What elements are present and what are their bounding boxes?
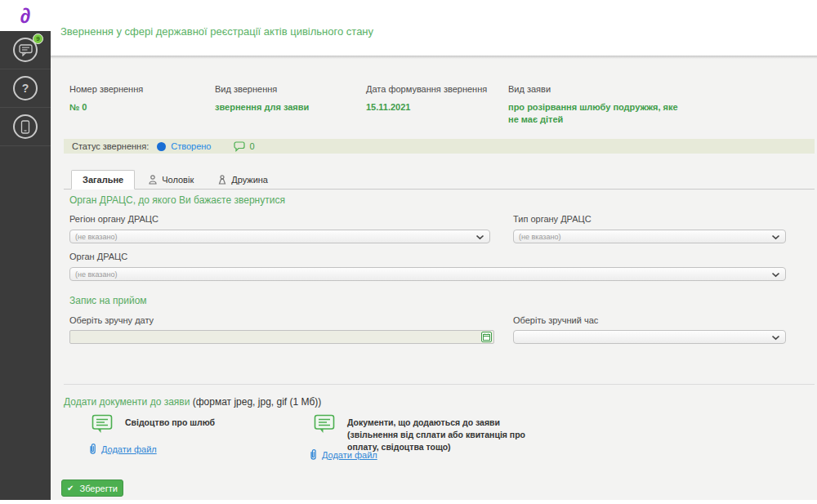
page-title: Звернення у сфері державної реєстрації а… bbox=[60, 25, 373, 38]
info-field-type: Вид звернення звернення для заяви bbox=[215, 84, 358, 114]
male-person-icon bbox=[149, 175, 157, 185]
status-badge: Створено bbox=[171, 141, 211, 151]
logo-glyph: ∂ bbox=[20, 5, 31, 26]
tab-husband[interactable]: Чоловік bbox=[138, 171, 204, 189]
add-file-label[interactable]: Додати файл bbox=[101, 444, 157, 454]
document-item-marriage-certificate: Свідоцтво про шлюб bbox=[92, 414, 272, 434]
notification-badge: 9 bbox=[33, 33, 43, 44]
chevron-down-icon bbox=[771, 272, 780, 278]
sidebar-nav: 9 ? bbox=[0, 31, 51, 146]
comment-bubble-icon bbox=[234, 141, 245, 152]
question-icon: ? bbox=[13, 76, 38, 100]
sidebar-item-messages[interactable]: 9 bbox=[0, 31, 51, 69]
tab-label: Чоловік bbox=[162, 175, 194, 185]
main-header: Звернення у сфері державної реєстрації а… bbox=[51, 0, 817, 56]
add-file-link-1[interactable]: Додати файл bbox=[88, 443, 157, 455]
info-label: Вид звернення bbox=[215, 84, 358, 94]
time-select[interactable] bbox=[513, 330, 786, 344]
region-select[interactable]: (не вказано) bbox=[69, 230, 490, 243]
tab-label: Загальне bbox=[83, 175, 123, 185]
documents-title-format: (формат jpeg, jpg, gif (1 Мб)) bbox=[190, 396, 321, 408]
logo[interactable]: ∂ bbox=[0, 0, 51, 31]
comments-counter[interactable]: 0 bbox=[234, 141, 254, 152]
info-label: Номер звернення bbox=[69, 84, 208, 94]
chevron-down-icon bbox=[771, 234, 780, 240]
check-icon: ✔ bbox=[67, 484, 74, 493]
sidebar-item-help[interactable]: ? bbox=[0, 69, 51, 108]
document-icon bbox=[92, 414, 113, 434]
paperclip-icon bbox=[88, 443, 97, 455]
info-field-date: Дата формування звернення 15.11.2021 bbox=[366, 84, 501, 114]
chevron-down-icon bbox=[771, 335, 780, 341]
documents-title-main: Додати документи до заяви bbox=[64, 396, 190, 408]
info-value: № 0 bbox=[69, 101, 208, 114]
region-select-value: (не вказано) bbox=[75, 233, 117, 241]
save-button[interactable]: ✔ Зберегти bbox=[61, 479, 123, 497]
section-title-appointment: Запис на прийом bbox=[69, 295, 147, 306]
info-value: про розірвання шлюбу подружжя, яке не ма… bbox=[508, 101, 684, 127]
status-bar: Статус звернення: Створено 0 bbox=[64, 139, 815, 154]
section-title-organ: Орган ДРАЦС, до якого Ви бажаєте звернут… bbox=[69, 194, 285, 206]
sidebar-item-mobile[interactable] bbox=[0, 108, 51, 146]
info-label: Дата формування звернення bbox=[366, 84, 501, 94]
info-field-application: Вид заяви про розірвання шлюбу подружжя,… bbox=[508, 84, 684, 127]
calendar-button[interactable] bbox=[481, 332, 492, 342]
add-file-label[interactable]: Додати файл bbox=[322, 450, 377, 460]
sidebar: 9 ? bbox=[0, 0, 51, 500]
info-value: 15.11.2021 bbox=[366, 101, 501, 114]
calendar-icon bbox=[483, 333, 490, 341]
document-icon bbox=[314, 414, 335, 434]
organ-select-value: (не вказано) bbox=[75, 270, 117, 279]
organ-type-select-value: (не вказано) bbox=[519, 233, 560, 241]
date-label: Оберіть зручну дату bbox=[69, 315, 154, 325]
organ-label: Орган ДРАЦС bbox=[69, 252, 127, 261]
info-label: Вид заяви bbox=[508, 84, 684, 94]
tab-wife[interactable]: Дружина bbox=[208, 171, 279, 189]
status-dot-icon bbox=[157, 142, 166, 151]
organ-type-label: Тип органу ДРАЦС bbox=[513, 214, 592, 224]
add-file-link-2[interactable]: Додати файл bbox=[309, 448, 377, 461]
info-field-number: Номер звернення № 0 bbox=[69, 84, 208, 114]
paperclip-icon bbox=[309, 448, 318, 461]
tab-label: Дружина bbox=[231, 175, 268, 185]
device-icon bbox=[13, 114, 38, 139]
comments-count: 0 bbox=[249, 141, 254, 151]
organ-select[interactable]: (не вказано) bbox=[69, 267, 786, 281]
female-person-icon bbox=[218, 175, 226, 185]
time-label: Оберіть зручний час bbox=[513, 315, 598, 325]
date-input[interactable] bbox=[69, 330, 494, 344]
info-value: звернення для заяви bbox=[215, 101, 358, 114]
save-button-label: Зберегти bbox=[80, 484, 118, 493]
section-divider bbox=[64, 384, 815, 385]
tab-bar: Загальне Чоловік Дружина bbox=[64, 170, 815, 190]
organ-type-select[interactable]: (не вказано) bbox=[513, 230, 786, 243]
region-label: Регіон органу ДРАЦС bbox=[69, 214, 158, 224]
document-label: Свідоцтво про шлюб bbox=[125, 414, 272, 429]
main-content: Звернення у сфері державної реєстрації а… bbox=[51, 0, 817, 500]
chevron-down-icon bbox=[475, 234, 484, 240]
status-label: Статус звернення: bbox=[72, 141, 149, 151]
app-window: 9 ? ∂ Звернення у сфері державної реєстр… bbox=[0, 0, 817, 504]
documents-title: Додати документи до заяви (формат jpeg, … bbox=[64, 396, 321, 408]
tab-general[interactable]: Загальне bbox=[71, 170, 135, 190]
header-divider bbox=[51, 56, 817, 59]
